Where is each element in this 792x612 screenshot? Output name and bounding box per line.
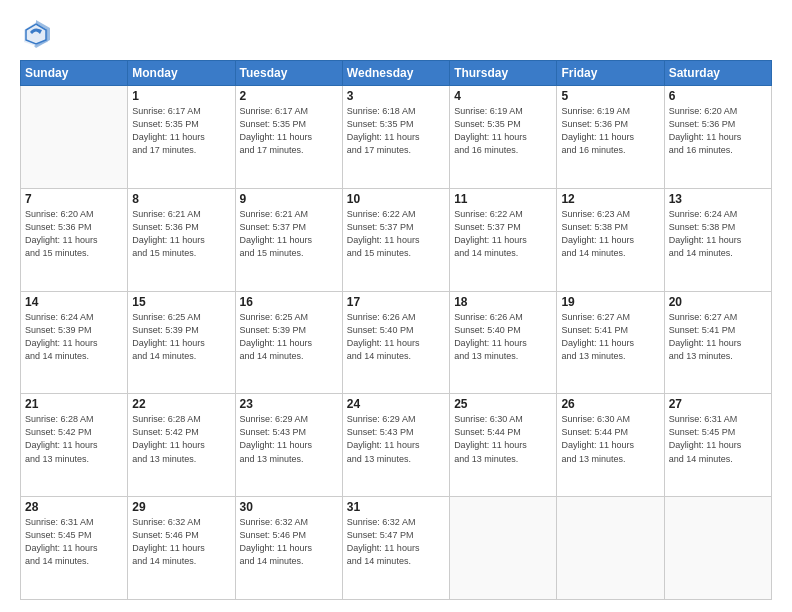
logo	[20, 18, 56, 50]
day-info: Sunrise: 6:22 AMSunset: 5:37 PMDaylight:…	[347, 208, 445, 260]
day-info: Sunrise: 6:20 AMSunset: 5:36 PMDaylight:…	[669, 105, 767, 157]
day-number: 16	[240, 295, 338, 309]
day-info: Sunrise: 6:21 AMSunset: 5:37 PMDaylight:…	[240, 208, 338, 260]
day-info: Sunrise: 6:30 AMSunset: 5:44 PMDaylight:…	[561, 413, 659, 465]
day-number: 7	[25, 192, 123, 206]
day-number: 11	[454, 192, 552, 206]
calendar-cell: 28Sunrise: 6:31 AMSunset: 5:45 PMDayligh…	[21, 497, 128, 600]
day-number: 24	[347, 397, 445, 411]
calendar-cell: 4Sunrise: 6:19 AMSunset: 5:35 PMDaylight…	[450, 86, 557, 189]
day-info: Sunrise: 6:25 AMSunset: 5:39 PMDaylight:…	[132, 311, 230, 363]
day-info: Sunrise: 6:32 AMSunset: 5:47 PMDaylight:…	[347, 516, 445, 568]
calendar-week-2: 14Sunrise: 6:24 AMSunset: 5:39 PMDayligh…	[21, 291, 772, 394]
calendar-week-4: 28Sunrise: 6:31 AMSunset: 5:45 PMDayligh…	[21, 497, 772, 600]
calendar-cell: 19Sunrise: 6:27 AMSunset: 5:41 PMDayligh…	[557, 291, 664, 394]
day-number: 25	[454, 397, 552, 411]
calendar-cell: 29Sunrise: 6:32 AMSunset: 5:46 PMDayligh…	[128, 497, 235, 600]
calendar-cell: 27Sunrise: 6:31 AMSunset: 5:45 PMDayligh…	[664, 394, 771, 497]
day-number: 15	[132, 295, 230, 309]
day-info: Sunrise: 6:29 AMSunset: 5:43 PMDaylight:…	[240, 413, 338, 465]
calendar-week-3: 21Sunrise: 6:28 AMSunset: 5:42 PMDayligh…	[21, 394, 772, 497]
day-info: Sunrise: 6:27 AMSunset: 5:41 PMDaylight:…	[669, 311, 767, 363]
day-info: Sunrise: 6:17 AMSunset: 5:35 PMDaylight:…	[240, 105, 338, 157]
calendar-cell: 21Sunrise: 6:28 AMSunset: 5:42 PMDayligh…	[21, 394, 128, 497]
header	[20, 18, 772, 50]
calendar-cell: 10Sunrise: 6:22 AMSunset: 5:37 PMDayligh…	[342, 188, 449, 291]
calendar-cell: 30Sunrise: 6:32 AMSunset: 5:46 PMDayligh…	[235, 497, 342, 600]
calendar-cell: 3Sunrise: 6:18 AMSunset: 5:35 PMDaylight…	[342, 86, 449, 189]
day-number: 5	[561, 89, 659, 103]
calendar-cell: 26Sunrise: 6:30 AMSunset: 5:44 PMDayligh…	[557, 394, 664, 497]
day-number: 2	[240, 89, 338, 103]
calendar-cell: 17Sunrise: 6:26 AMSunset: 5:40 PMDayligh…	[342, 291, 449, 394]
calendar-table: SundayMondayTuesdayWednesdayThursdayFrid…	[20, 60, 772, 600]
calendar-header-tuesday: Tuesday	[235, 61, 342, 86]
day-info: Sunrise: 6:24 AMSunset: 5:38 PMDaylight:…	[669, 208, 767, 260]
day-number: 3	[347, 89, 445, 103]
day-number: 31	[347, 500, 445, 514]
calendar-cell: 1Sunrise: 6:17 AMSunset: 5:35 PMDaylight…	[128, 86, 235, 189]
calendar-cell: 8Sunrise: 6:21 AMSunset: 5:36 PMDaylight…	[128, 188, 235, 291]
day-info: Sunrise: 6:26 AMSunset: 5:40 PMDaylight:…	[454, 311, 552, 363]
calendar-cell: 5Sunrise: 6:19 AMSunset: 5:36 PMDaylight…	[557, 86, 664, 189]
day-number: 26	[561, 397, 659, 411]
day-number: 6	[669, 89, 767, 103]
calendar-cell: 15Sunrise: 6:25 AMSunset: 5:39 PMDayligh…	[128, 291, 235, 394]
calendar-cell	[450, 497, 557, 600]
day-number: 12	[561, 192, 659, 206]
day-info: Sunrise: 6:21 AMSunset: 5:36 PMDaylight:…	[132, 208, 230, 260]
calendar-header-row: SundayMondayTuesdayWednesdayThursdayFrid…	[21, 61, 772, 86]
calendar-cell	[664, 497, 771, 600]
day-info: Sunrise: 6:31 AMSunset: 5:45 PMDaylight:…	[25, 516, 123, 568]
calendar-cell	[21, 86, 128, 189]
calendar-header-sunday: Sunday	[21, 61, 128, 86]
calendar-header-monday: Monday	[128, 61, 235, 86]
calendar-cell: 16Sunrise: 6:25 AMSunset: 5:39 PMDayligh…	[235, 291, 342, 394]
day-number: 14	[25, 295, 123, 309]
day-info: Sunrise: 6:28 AMSunset: 5:42 PMDaylight:…	[25, 413, 123, 465]
calendar-cell: 12Sunrise: 6:23 AMSunset: 5:38 PMDayligh…	[557, 188, 664, 291]
day-info: Sunrise: 6:28 AMSunset: 5:42 PMDaylight:…	[132, 413, 230, 465]
day-info: Sunrise: 6:32 AMSunset: 5:46 PMDaylight:…	[132, 516, 230, 568]
day-number: 10	[347, 192, 445, 206]
day-number: 30	[240, 500, 338, 514]
day-number: 18	[454, 295, 552, 309]
day-number: 22	[132, 397, 230, 411]
day-info: Sunrise: 6:20 AMSunset: 5:36 PMDaylight:…	[25, 208, 123, 260]
day-info: Sunrise: 6:27 AMSunset: 5:41 PMDaylight:…	[561, 311, 659, 363]
day-info: Sunrise: 6:23 AMSunset: 5:38 PMDaylight:…	[561, 208, 659, 260]
day-number: 20	[669, 295, 767, 309]
day-number: 19	[561, 295, 659, 309]
calendar-week-1: 7Sunrise: 6:20 AMSunset: 5:36 PMDaylight…	[21, 188, 772, 291]
calendar-header-saturday: Saturday	[664, 61, 771, 86]
calendar-cell: 23Sunrise: 6:29 AMSunset: 5:43 PMDayligh…	[235, 394, 342, 497]
day-info: Sunrise: 6:30 AMSunset: 5:44 PMDaylight:…	[454, 413, 552, 465]
calendar-cell	[557, 497, 664, 600]
day-number: 1	[132, 89, 230, 103]
day-number: 4	[454, 89, 552, 103]
day-info: Sunrise: 6:26 AMSunset: 5:40 PMDaylight:…	[347, 311, 445, 363]
day-number: 29	[132, 500, 230, 514]
calendar-cell: 14Sunrise: 6:24 AMSunset: 5:39 PMDayligh…	[21, 291, 128, 394]
calendar-header-wednesday: Wednesday	[342, 61, 449, 86]
day-info: Sunrise: 6:29 AMSunset: 5:43 PMDaylight:…	[347, 413, 445, 465]
day-info: Sunrise: 6:31 AMSunset: 5:45 PMDaylight:…	[669, 413, 767, 465]
day-number: 13	[669, 192, 767, 206]
calendar-header-friday: Friday	[557, 61, 664, 86]
day-info: Sunrise: 6:17 AMSunset: 5:35 PMDaylight:…	[132, 105, 230, 157]
day-number: 23	[240, 397, 338, 411]
calendar-cell: 9Sunrise: 6:21 AMSunset: 5:37 PMDaylight…	[235, 188, 342, 291]
day-info: Sunrise: 6:25 AMSunset: 5:39 PMDaylight:…	[240, 311, 338, 363]
day-info: Sunrise: 6:22 AMSunset: 5:37 PMDaylight:…	[454, 208, 552, 260]
page: SundayMondayTuesdayWednesdayThursdayFrid…	[0, 0, 792, 612]
day-info: Sunrise: 6:18 AMSunset: 5:35 PMDaylight:…	[347, 105, 445, 157]
day-info: Sunrise: 6:32 AMSunset: 5:46 PMDaylight:…	[240, 516, 338, 568]
calendar-cell: 24Sunrise: 6:29 AMSunset: 5:43 PMDayligh…	[342, 394, 449, 497]
calendar-cell: 18Sunrise: 6:26 AMSunset: 5:40 PMDayligh…	[450, 291, 557, 394]
calendar-week-0: 1Sunrise: 6:17 AMSunset: 5:35 PMDaylight…	[21, 86, 772, 189]
calendar-cell: 31Sunrise: 6:32 AMSunset: 5:47 PMDayligh…	[342, 497, 449, 600]
calendar-cell: 22Sunrise: 6:28 AMSunset: 5:42 PMDayligh…	[128, 394, 235, 497]
calendar-cell: 6Sunrise: 6:20 AMSunset: 5:36 PMDaylight…	[664, 86, 771, 189]
calendar-cell: 25Sunrise: 6:30 AMSunset: 5:44 PMDayligh…	[450, 394, 557, 497]
day-number: 27	[669, 397, 767, 411]
